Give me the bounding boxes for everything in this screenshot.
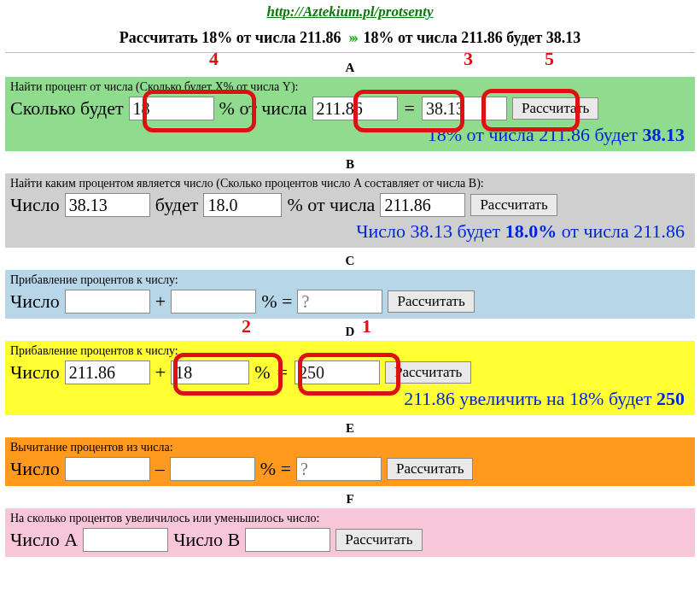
minus-sign-e: – [155,458,165,480]
result-b-bold: 18.0% [505,220,557,242]
panel-d: Прибавление процентов к числу: Число + %… [5,341,695,415]
label-chislo-b1: Число [10,194,60,216]
input-f-a[interactable] [83,528,168,552]
output-a-result[interactable] [422,97,507,120]
input-e-a[interactable] [65,457,150,481]
result-b-suffix: от числа 211.86 [557,220,685,242]
pct-eq-c: % = [261,290,292,313]
input-a-number[interactable] [312,97,398,120]
panel-d-caption: Прибавление процентов к числу: [10,344,690,358]
section-letter-a: A [5,58,695,77]
output-c-result[interactable] [297,290,382,314]
input-c-pct[interactable] [171,290,256,314]
output-d-result[interactable] [295,360,380,384]
label-percent-of: % от числа [219,97,307,120]
result-d-prefix: 211.86 увеличить на 18% будет [404,388,656,409]
source-url-link[interactable]: http://Aztekium.pl/protsenty [266,3,433,20]
label-chislo-e: Число [10,458,60,480]
panel-b-caption: Найти каким процентом является число (Ск… [10,177,690,190]
divider [5,52,695,53]
input-f-b[interactable] [245,528,330,552]
label-chislo-d: Число [10,361,60,384]
pct-eq-e: % = [260,458,291,480]
result-line-a: 18% от числа 211.86 будет 38.13 [10,120,690,146]
page-headline: Рассчитать 18% от числа 211.86 ››› 18% о… [5,27,695,52]
plus-sign-d: + [155,361,166,384]
input-e-pct[interactable] [170,457,255,481]
input-b-b[interactable] [380,193,465,217]
headline-left: Рассчитать 18% от числа 211.86 [120,29,341,46]
input-b-a[interactable] [65,193,150,217]
input-d-pct[interactable] [171,360,249,384]
label-pct-of-b: % от числа [287,194,375,216]
label-chislo-c: Число [10,290,60,313]
section-letter-f: F [5,489,695,508]
headline-right: 18% от числа 211.86 будет 38.13 [363,29,580,46]
result-b-prefix: Число 38.13 будет [356,220,505,242]
result-a-bold: 38.13 [643,124,685,145]
plus-sign-c: + [155,290,166,313]
panel-a-caption: Найти процент от числа (Сколько будет X%… [10,80,690,94]
calc-button-c[interactable]: Рассчитать [388,290,474,313]
input-c-a[interactable] [65,290,150,314]
calc-button-f[interactable]: Рассчитать [335,529,422,551]
calc-button-b[interactable]: Рассчитать [470,194,557,216]
calc-button-a[interactable]: Рассчитать [512,97,598,120]
label-budet: будет [155,194,199,216]
result-line-d: 211.86 увеличить на 18% будет 250 [10,384,690,410]
result-d-bold: 250 [656,388,685,409]
section-letter-c: C [5,251,695,270]
equals-sign: = [403,97,417,120]
input-b-pct[interactable] [203,193,282,217]
calc-button-d[interactable]: Рассчитать [385,361,471,384]
result-a-prefix: 18% от числа 211.86 будет [428,124,643,145]
calc-button-e[interactable]: Рассчитать [387,458,473,480]
panel-a: Найти процент от числа (Сколько будет X%… [5,77,695,151]
label-chislo-b-f: Число B [173,529,240,551]
panel-c-caption: Прибавление процентов к числу: [10,273,690,287]
panel-f-caption: На сколько процентов увеличилось или уме… [10,512,690,525]
panel-f: На сколько процентов увеличилось или уме… [5,508,695,557]
section-letter-e: E [5,419,695,437]
panel-e: Вычитание процентов из числа: Число – % … [5,437,695,486]
panel-c: Прибавление процентов к числу: Число + %… [5,270,695,319]
chevrons-icon: ››› [345,29,359,46]
label-chislo-a-f: Число A [10,529,78,551]
section-letter-b: B [5,155,695,173]
section-letter-d: D [5,322,695,341]
label-skolko-budet: Сколько будет [10,97,124,120]
panel-e-caption: Вычитание процентов из числа: [10,441,690,454]
panel-b: Найти каким процентом является число (Ск… [5,173,695,248]
eq-sign-d: = [276,361,289,384]
result-line-b: Число 38.13 будет 18.0% от числа 211.86 [10,217,690,243]
input-a-percent[interactable] [129,97,214,120]
output-e-result[interactable] [296,457,382,481]
pct-sign-d: % [254,361,270,384]
input-d-a[interactable] [65,360,150,384]
